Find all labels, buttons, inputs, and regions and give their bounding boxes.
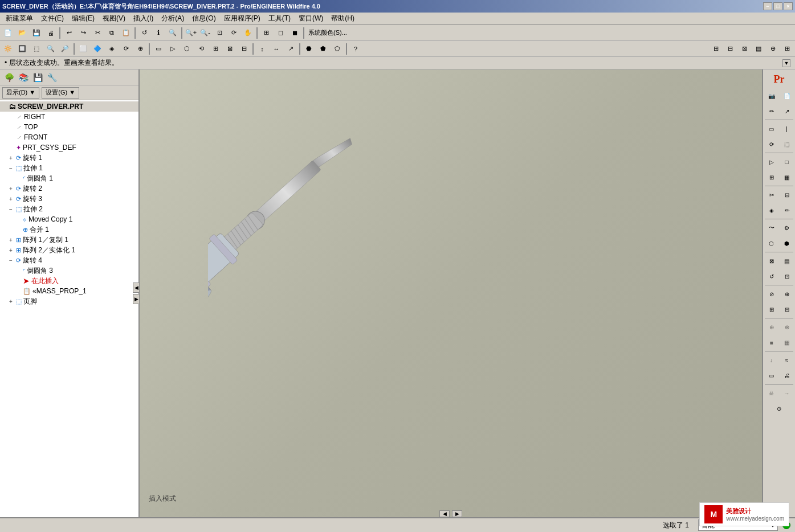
- rt-merge[interactable]: ⊕: [764, 320, 779, 334]
- tb2-21[interactable]: ⬣: [302, 43, 316, 55]
- tree-item-chamfer1[interactable]: ◜ 倒圆角 1: [0, 173, 138, 183]
- tb2-19[interactable]: ↔: [270, 43, 283, 55]
- tb2-help[interactable]: ?: [349, 43, 362, 55]
- viewport-arrow-right[interactable]: ▶: [452, 510, 462, 517]
- tb2-11[interactable]: ▭: [152, 43, 165, 55]
- tree-item-extrude1[interactable]: − ⬚ 拉伸 1: [0, 163, 138, 173]
- tb2-4[interactable]: 🔍: [44, 43, 58, 55]
- rt-rect-draw[interactable]: ▭: [764, 368, 779, 383]
- tb2-10[interactable]: ⊕: [133, 43, 147, 55]
- rt-hole-icon[interactable]: ⊙: [772, 401, 786, 416]
- left-tb-tree[interactable]: 🌳: [2, 71, 16, 84]
- rt-small-down[interactable]: ↓: [764, 353, 779, 367]
- tb-redo[interactable]: ↪: [76, 27, 90, 39]
- rt-analysis[interactable]: ▦: [780, 335, 794, 350]
- tree-item-array1[interactable]: + ⊞ 阵列 1／复制 1: [0, 235, 138, 245]
- rt-datum-plane[interactable]: ▭: [764, 121, 779, 136]
- tree-item-extrude2[interactable]: − ⬚ 拉伸 2: [0, 204, 138, 214]
- tb-fit[interactable]: ⊡: [213, 27, 226, 39]
- rt-chevron[interactable]: ▷: [764, 154, 779, 169]
- tb-new[interactable]: 📄: [1, 27, 15, 39]
- tb-display1[interactable]: ◻: [274, 27, 287, 39]
- tb-zoom-in[interactable]: 🔍+: [184, 27, 198, 39]
- collapse-up-btn[interactable]: ◀: [133, 283, 140, 293]
- tb2-16[interactable]: ⊠: [223, 43, 237, 55]
- tree-item-insert-here[interactable]: ➤ 在此插入: [0, 276, 138, 286]
- rt-waveform[interactable]: 〜: [764, 220, 779, 235]
- tb2-extra4[interactable]: ▤: [752, 43, 765, 55]
- tb-display2[interactable]: ◼: [288, 27, 301, 39]
- menu-apps[interactable]: 应用程序(P): [221, 13, 264, 24]
- collapse-down-btn[interactable]: ▶: [133, 294, 140, 304]
- tree-item-footer[interactable]: + ⬚ 页脚: [0, 296, 138, 306]
- rt-offset[interactable]: ⊕: [780, 287, 794, 301]
- tb-paste[interactable]: 📋: [119, 27, 133, 39]
- tb2-2[interactable]: 🔲: [15, 43, 29, 55]
- rt-revolve-btn[interactable]: ⟳: [764, 137, 779, 152]
- tree-item-csys[interactable]: ✦ PRT_CSYS_DEF: [0, 142, 138, 153]
- rt-arrow-small[interactable]: →: [780, 386, 794, 400]
- rt-sweep[interactable]: ↺: [764, 269, 779, 284]
- tb-info[interactable]: ℹ: [152, 27, 165, 39]
- tb-orient[interactable]: ⊞: [259, 27, 273, 39]
- menu-analysis[interactable]: 分析(A): [158, 13, 187, 24]
- menu-info[interactable]: 信息(O): [189, 13, 219, 24]
- tb2-23[interactable]: ⬠: [331, 43, 344, 55]
- tb2-6[interactable]: ⬜: [76, 43, 90, 55]
- tree-item-mass-prop[interactable]: 📋 «MASS_PROP_1: [0, 286, 138, 296]
- menu-window[interactable]: 窗口(W): [295, 13, 327, 24]
- tb2-18[interactable]: ↕: [255, 43, 269, 55]
- rt-boundary[interactable]: ⊡: [780, 269, 794, 284]
- tree-item-root[interactable]: 🗂 SCREW_DIVER.PRT: [0, 101, 138, 112]
- tb-copy[interactable]: ⧉: [105, 27, 119, 39]
- tb2-20[interactable]: ↗: [284, 43, 297, 55]
- tb2-9[interactable]: ⟳: [119, 43, 133, 55]
- status-scroll-btn[interactable]: ▼: [782, 59, 790, 67]
- tb-pan[interactable]: ✋: [241, 27, 255, 39]
- rt-surface[interactable]: ◈: [764, 203, 779, 218]
- rt-print-icon[interactable]: 🖨: [780, 368, 794, 383]
- tb2-extra6[interactable]: ⊞: [780, 43, 794, 55]
- tb-search[interactable]: 🔍: [166, 27, 180, 39]
- viewport-arrow-left[interactable]: ◀: [439, 510, 450, 517]
- tb-regen[interactable]: ↺: [137, 27, 151, 39]
- tree-item-revolve1[interactable]: + ⟳ 旋转 1: [0, 153, 138, 163]
- menu-edit[interactable]: 编辑(E): [68, 13, 98, 24]
- rt-wave2[interactable]: ≈: [780, 353, 794, 367]
- tb-zoom-out[interactable]: 🔍-: [198, 27, 212, 39]
- rt-sketch[interactable]: ✏: [764, 104, 779, 118]
- left-tb-layers[interactable]: 📚: [17, 71, 30, 84]
- rt-extrude-btn[interactable]: ⬚: [780, 137, 794, 152]
- menu-help[interactable]: 帮助(H): [328, 13, 358, 24]
- rt-table[interactable]: ▦: [780, 170, 794, 185]
- tree-item-revolve2[interactable]: + ⟳ 旋转 2: [0, 183, 138, 194]
- menu-view[interactable]: 视图(V): [99, 13, 129, 24]
- menu-file[interactable]: 文件(E): [38, 13, 67, 24]
- tb-undo[interactable]: ↩: [62, 27, 76, 39]
- left-tb-config[interactable]: 🔧: [45, 71, 59, 84]
- rt-gear[interactable]: ⚙: [780, 220, 794, 235]
- tb2-extra1[interactable]: ⊞: [709, 43, 723, 55]
- tb2-13[interactable]: ⬡: [180, 43, 194, 55]
- tree-item-moved-copy1[interactable]: ⟐ Moved Copy 1: [0, 214, 138, 224]
- settings-dropdown[interactable]: 设置(G) ▼: [42, 87, 79, 99]
- tb-rotate[interactable]: ⟳: [227, 27, 240, 39]
- rt-trim[interactable]: ⊘: [764, 287, 779, 301]
- rt-layers2[interactable]: ▤: [780, 253, 794, 268]
- tree-item-merge1[interactable]: ⊕ 合并 1: [0, 224, 138, 235]
- maximize-button[interactable]: □: [773, 2, 782, 10]
- rt-square-btn[interactable]: □: [780, 154, 794, 169]
- rt-shell[interactable]: ⊠: [764, 253, 779, 268]
- tb2-1[interactable]: 🔆: [1, 43, 15, 55]
- rt-pencil[interactable]: ✏: [780, 203, 794, 218]
- tb-print[interactable]: 🖨: [44, 27, 58, 39]
- rt-grid[interactable]: ⊞: [764, 170, 779, 185]
- tree-item-front[interactable]: ⟋ FRONT: [0, 132, 138, 142]
- rt-array-icon[interactable]: ⊟: [780, 302, 794, 317]
- left-tb-save[interactable]: 💾: [31, 71, 44, 84]
- tb2-5[interactable]: 🔎: [58, 43, 72, 55]
- tb2-extra5[interactable]: ⊕: [766, 43, 780, 55]
- rt-thicken[interactable]: ⊞: [764, 302, 779, 317]
- tree-item-right[interactable]: ⟋ RIGHT: [0, 112, 138, 122]
- rt-datum2[interactable]: ⊟: [780, 187, 794, 202]
